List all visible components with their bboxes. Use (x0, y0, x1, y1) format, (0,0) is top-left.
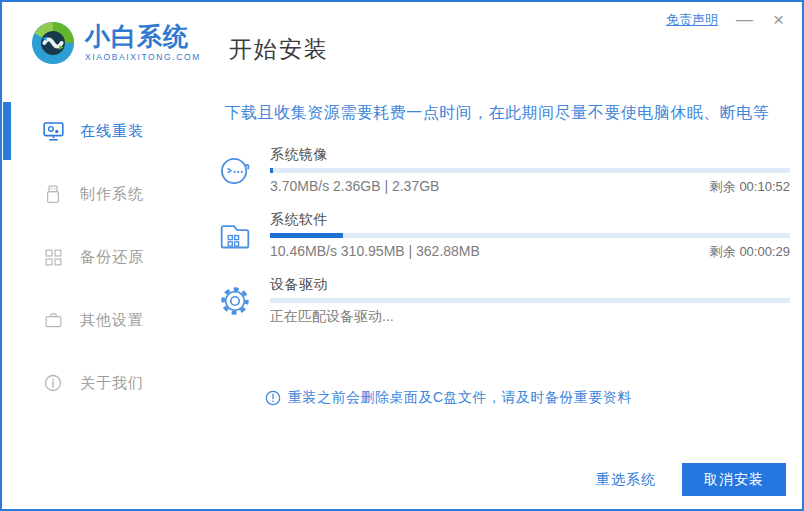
app-window: 免责声明 — × 小白系统 XIAOBAIXITONG.COM 开始安装 (0, 0, 804, 511)
sidebar-item-online-reinstall[interactable]: 在线重装 (2, 102, 192, 160)
reselect-system-button[interactable]: 重选系统 (596, 471, 656, 489)
brand-name: 小白系统 (85, 23, 201, 49)
sidebar-item-label: 备份还原 (80, 248, 144, 267)
task-progress-bar (270, 233, 790, 238)
task-progress-fill (270, 168, 273, 173)
minimize-button[interactable]: — (734, 13, 755, 27)
task-device-driver: 设备驱动 正在匹配设备驱动... (217, 276, 790, 325)
task-title: 设备驱动 (270, 276, 790, 292)
task-detail: 正在匹配设备驱动... (270, 308, 394, 325)
sidebar-item-label: 制作系统 (80, 185, 144, 204)
task-progress-bar (270, 168, 790, 173)
page-title: 开始安装 (229, 34, 329, 65)
titlebar: 免责声明 — × (666, 2, 802, 29)
task-system-image: 系统镜像 3.70MB/s 2.36GB | 2.37GB 剩余 00:10:5… (217, 146, 790, 195)
task-title: 系统软件 (270, 211, 790, 227)
sidebar-item-backup-restore[interactable]: 备份还原 (2, 228, 192, 286)
cancel-install-button[interactable]: 取消安装 (682, 463, 786, 496)
briefcase-icon (42, 312, 64, 328)
sidebar-item-about-us[interactable]: 关于我们 (2, 354, 192, 412)
task-remaining: 剩余 00:00:29 (710, 243, 790, 260)
sidebar-item-make-system[interactable]: 制作系统 (2, 165, 192, 223)
brand-logo-icon (30, 20, 76, 66)
task-remaining: 剩余 00:10:52 (710, 178, 790, 195)
task-detail: 10.46MB/s 310.95MB | 362.88MB (270, 243, 480, 260)
task-progress-fill (270, 233, 343, 238)
close-button[interactable]: × (771, 13, 786, 27)
task-system-software: 系统软件 10.46MB/s 310.95MB | 362.88MB 剩余 00… (217, 211, 790, 260)
mascot-face-icon (217, 153, 253, 189)
blocks-icon (42, 249, 64, 266)
disclaimer-link[interactable]: 免责声明 (666, 11, 718, 29)
task-detail: 3.70MB/s 2.36GB | 2.37GB (270, 178, 439, 195)
sidebar-item-label: 在线重装 (80, 122, 144, 141)
sidebar-item-label: 其他设置 (80, 311, 144, 330)
sidebar-item-label: 关于我们 (80, 374, 144, 393)
task-title: 系统镜像 (270, 146, 790, 162)
footer-actions: 重选系统 取消安装 (596, 463, 786, 496)
info-icon (42, 374, 64, 392)
sidebar: 在线重装 制作系统 (2, 98, 192, 509)
sidebar-item-other-settings[interactable]: 其他设置 (2, 291, 192, 349)
task-progress-bar (270, 298, 790, 303)
main-content: 下载且收集资源需要耗费一点时间，在此期间尽量不要使电脑休眠、断电等 (192, 98, 802, 509)
brand-text: 小白系统 XIAOBAIXITONG.COM (85, 23, 201, 62)
monitor-icon (42, 122, 64, 141)
folder-grid-icon (217, 218, 253, 254)
exclamation-circle-icon (265, 390, 281, 406)
usb-icon (42, 185, 64, 204)
backup-notice: 重装之前会删除桌面及C盘文件，请及时备份重要资料 (265, 389, 802, 407)
gear-icon (217, 283, 253, 319)
backup-notice-text: 重装之前会删除桌面及C盘文件，请及时备份重要资料 (288, 389, 632, 407)
brand-domain: XIAOBAIXITONG.COM (85, 52, 201, 62)
warning-text: 下载且收集资源需要耗费一点时间，在此期间尽量不要使电脑休眠、断电等 (192, 103, 802, 124)
task-list: 系统镜像 3.70MB/s 2.36GB | 2.37GB 剩余 00:10:5… (192, 146, 802, 325)
